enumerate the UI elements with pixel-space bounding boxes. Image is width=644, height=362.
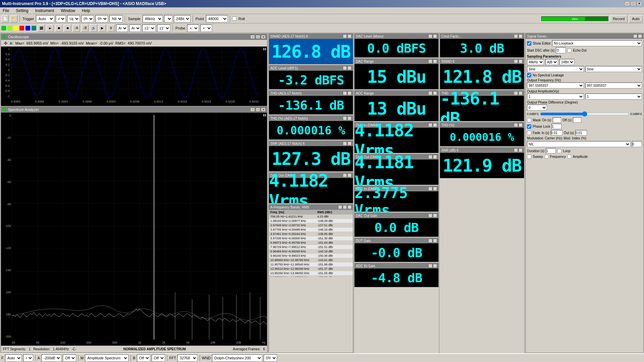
indicator-teal[interactable] <box>32 26 36 31</box>
m-select[interactable]: Amplitude Spectrum <box>85 354 128 362</box>
off2-select[interactable]: Off <box>152 354 165 362</box>
open-button[interactable]: 📂 <box>10 15 17 22</box>
fft-select[interactable]: 32768 <box>177 354 198 362</box>
sinad2-min[interactable]: ─ <box>514 59 518 63</box>
show-editor-checkbox[interactable] <box>527 41 531 46</box>
dac-out-gain-min[interactable]: ─ <box>428 214 432 218</box>
indicator-blue[interactable] <box>25 26 30 31</box>
f-select[interactable]: Auto <box>5 354 22 362</box>
crest-close[interactable]: ✕ <box>519 34 523 38</box>
osc-restore[interactable]: □ <box>256 35 260 39</box>
freq-bands-scroll[interactable]: ↕ <box>343 205 347 209</box>
trigger-select[interactable]: Auto <box>36 15 54 22</box>
mod-nil-select[interactable]: NIL <box>527 141 631 147</box>
fade-checkbox[interactable] <box>527 131 531 135</box>
dac-level-close[interactable]: ✕ <box>433 34 437 38</box>
osc-panel-controls[interactable]: ─ □ ✕ <box>250 35 266 39</box>
record-button[interactable]: Record <box>610 15 628 22</box>
toolbar-btn3[interactable]: ⏹ <box>55 24 62 32</box>
pct2-select[interactable]: 0% <box>95 15 108 22</box>
minimize-button[interactable]: ─ <box>625 1 630 6</box>
loop-checkbox[interactable] <box>557 149 561 153</box>
menu-instrument[interactable]: Instrument <box>34 8 56 14</box>
dac-out-gain-close[interactable]: ✕ <box>433 214 437 218</box>
toolbar-btn6[interactable]: ↓B <box>81 24 89 32</box>
close-button[interactable]: ✕ <box>637 1 642 6</box>
spec-minimize[interactable]: ─ <box>250 108 255 112</box>
menu-setting[interactable]: Setting <box>14 8 30 14</box>
waveform2-select[interactable]: Sine <box>585 66 642 72</box>
menu-window[interactable]: Window <box>59 8 76 14</box>
dac-range-close[interactable]: ✕ <box>433 59 437 63</box>
phase-diff-select[interactable]: 0 <box>527 105 547 111</box>
toolbar-btn1[interactable]: ⬛ <box>38 24 45 32</box>
nil-select[interactable]: NIL <box>109 15 123 22</box>
dac-level-min[interactable]: ─ <box>428 34 432 38</box>
b-select[interactable]: Off <box>137 354 150 362</box>
pct1-select[interactable]: 0% <box>81 15 94 22</box>
adc-in-gain-min[interactable]: ─ <box>428 264 432 268</box>
window-controls[interactable]: ─ □ ✕ <box>625 1 642 6</box>
bitdepth-select[interactable]: 24Bit <box>174 15 191 22</box>
maximize-button[interactable]: □ <box>631 1 636 6</box>
probe-x1b-select[interactable]: ×1 <box>200 24 212 32</box>
fade-in-input[interactable] <box>551 130 562 135</box>
thd-min[interactable]: ─ <box>343 91 347 95</box>
adc-level-min[interactable]: ─ <box>343 66 347 70</box>
adc-range-close[interactable]: ✕ <box>433 91 437 95</box>
amplitude-slider[interactable] <box>540 112 629 116</box>
snr2-close[interactable]: ✕ <box>519 148 523 152</box>
mod-val-input[interactable] <box>632 141 642 147</box>
v1-select[interactable]: ±1V <box>142 24 156 32</box>
wnd-select[interactable]: Dolph-Chebyshev 200 <box>212 354 262 362</box>
sweep-freq-radio[interactable] <box>544 155 549 159</box>
duration-input[interactable] <box>546 148 556 154</box>
phase-lock-checkbox[interactable] <box>527 124 531 129</box>
point-select[interactable]: 48000 <box>206 15 228 22</box>
toolbar-btn5[interactable]: ↑A <box>72 24 80 32</box>
toolbar-btn2[interactable]: ▶ <box>46 24 54 32</box>
dut-gain-close[interactable]: ✕ <box>433 239 437 243</box>
off-input[interactable] <box>573 117 581 123</box>
thd-pct-close[interactable]: ✕ <box>347 116 352 120</box>
thd-pct2-min[interactable]: ─ <box>514 123 518 127</box>
sampling-ch-select[interactable]: A|B <box>545 59 558 65</box>
thd-close[interactable]: ✕ <box>347 91 352 95</box>
toolbar-btn7[interactable]: 🔊 <box>90 24 97 32</box>
indicator-lime[interactable] <box>7 26 12 31</box>
sampling-bits-select[interactable]: 24Bit <box>559 59 575 65</box>
ac2-select[interactable]: AC <box>129 24 141 32</box>
indicator-red[interactable] <box>19 26 24 31</box>
adc-level-close[interactable]: ✕ <box>347 66 352 70</box>
thd-pct2-close[interactable]: ✕ <box>519 123 523 127</box>
output-amp-select1[interactable]: 1 <box>527 94 584 100</box>
new-button[interactable]: 📄 <box>1 15 9 22</box>
roll-checkbox[interactable] <box>232 16 236 21</box>
sinad-min[interactable]: ─ <box>343 34 347 38</box>
indicator-green[interactable] <box>1 26 6 31</box>
snr-close[interactable]: ✕ <box>347 141 352 145</box>
dut-gain-min[interactable]: ─ <box>428 239 432 243</box>
osc-minimize[interactable]: ─ <box>250 35 255 39</box>
sinad-close[interactable]: ✕ <box>347 34 352 38</box>
echo-dst-checkbox[interactable] <box>567 48 572 53</box>
spec-restore[interactable]: □ <box>256 108 260 112</box>
sinad2-close[interactable]: ✕ <box>519 59 523 63</box>
spec-panel-controls[interactable]: ─ □ ✕ <box>250 108 266 112</box>
sig-gen-controls[interactable]: ─ ✕ <box>633 34 642 38</box>
pause-button[interactable]: ⏸ <box>107 24 115 32</box>
dac-range-min[interactable]: ─ <box>428 59 432 63</box>
adc-in-gain-close[interactable]: ✕ <box>433 264 437 268</box>
off-select[interactable]: Off <box>63 354 76 362</box>
freq-bands-content[interactable]: Freq. (Hz) RMS (dBr) 706.05 Hz~1.41211 k… <box>269 210 353 277</box>
freq-bands-min[interactable]: ─ <box>338 205 342 209</box>
output-freq-select1[interactable]: 997.5585937 <box>527 82 584 88</box>
mult-select[interactable]: ×1 <box>23 354 33 362</box>
probe-x1-select[interactable]: ×1 <box>187 24 199 32</box>
waveform1-select[interactable]: Sine <box>527 66 584 72</box>
v2-select[interactable]: ±1V <box>157 24 170 32</box>
thd-pct-min[interactable]: ─ <box>343 116 347 120</box>
sweep-amp-radio[interactable] <box>567 155 572 159</box>
ac1-select[interactable]: AC <box>116 24 128 32</box>
fade-out-input[interactable] <box>575 130 587 135</box>
